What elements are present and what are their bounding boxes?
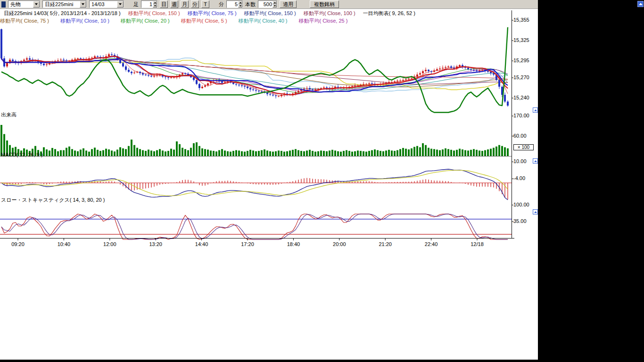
pane-scroll-button[interactable] (533, 158, 538, 164)
spin-up-icon[interactable] (238, 1, 242, 4)
market-select[interactable]: 先物 (8, 0, 40, 8)
chevron-up-icon (534, 160, 537, 162)
chevron-down-icon (119, 3, 122, 5)
chevron-up-icon (534, 109, 537, 111)
multi-symbol-button[interactable]: 複数銘柄 (310, 0, 339, 8)
pane-scroll-button[interactable] (533, 209, 538, 214)
bars-count-input[interactable] (258, 1, 272, 7)
scroll-up-button[interactable] (637, 1, 644, 7)
trading-app-window: 先物 日経225mini 14/03 足 日 週 月 分 T 分 本数 (0, 0, 644, 362)
interval-input-box[interactable] (141, 0, 157, 8)
contract-select-value: 14/03 (90, 1, 117, 7)
bar-daily-button[interactable]: 日 (160, 0, 168, 8)
symbol-select-dropdown-button[interactable] (80, 1, 86, 8)
chevron-down-icon (35, 3, 38, 5)
chevron-up-icon (534, 211, 537, 213)
pane-scroll-button[interactable] (533, 107, 538, 113)
bars-count-input-box[interactable] (258, 0, 277, 8)
price-volume-macd-stoch-chart[interactable] (0, 9, 538, 263)
interval-spinner[interactable] (153, 1, 157, 8)
chevron-down-icon (82, 3, 84, 5)
apply-button[interactable]: 適用 (280, 0, 297, 8)
bar-monthly-button[interactable]: 月 (181, 0, 189, 8)
contract-select[interactable]: 14/03 (89, 0, 124, 8)
minute-input-box[interactable] (226, 0, 243, 8)
bottom-window-edge (0, 360, 644, 362)
toolbar: 先物 日経225mini 14/03 足 日 週 月 分 T 分 本数 (0, 0, 538, 9)
bar-minute-button[interactable]: 分 (191, 0, 199, 8)
app-icon (1, 1, 6, 8)
right-panel-background (538, 0, 644, 362)
market-select-dropdown-button[interactable] (33, 1, 40, 8)
spin-down-icon[interactable] (153, 4, 157, 8)
spin-down-icon[interactable] (238, 4, 242, 8)
bars-count-label: 本数 (245, 1, 256, 8)
spin-down-icon[interactable] (272, 4, 277, 8)
symbol-select-value: 日経225mini (43, 1, 80, 8)
symbol-select[interactable]: 日経225mini (42, 0, 87, 8)
contract-select-dropdown-button[interactable] (117, 1, 124, 8)
minute-label: 分 (219, 1, 224, 8)
bar-tick-button[interactable]: T (201, 0, 209, 8)
spin-up-icon[interactable] (272, 1, 277, 4)
minute-input[interactable] (227, 1, 238, 7)
volume-multiplier-box: × 100 (513, 144, 534, 150)
bar-type-label: 足 (133, 1, 139, 8)
market-select-value: 先物 (8, 1, 33, 8)
bars-spinner[interactable] (272, 1, 277, 8)
bar-weekly-button[interactable]: 週 (170, 0, 178, 8)
spin-up-icon[interactable] (153, 1, 157, 4)
chart-panel[interactable]: 日経225mini 14/03( 5分, 2013/12/14 - 2013/1… (0, 9, 538, 360)
arrow-up-icon (639, 3, 643, 5)
minute-spinner[interactable] (238, 1, 242, 8)
interval-input[interactable] (141, 1, 153, 7)
